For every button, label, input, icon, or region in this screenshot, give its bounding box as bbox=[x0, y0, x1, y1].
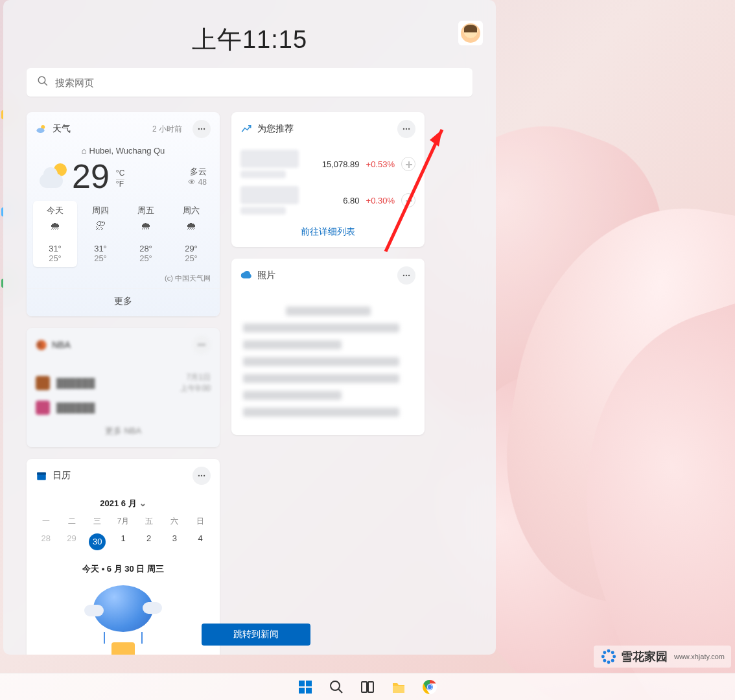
finance-change: +0.30% bbox=[366, 196, 395, 205]
start-button[interactable] bbox=[297, 679, 314, 695]
calendar-title: 日历 bbox=[52, 470, 71, 482]
weather-attribution: (c) 中国天气网 bbox=[27, 274, 220, 288]
calendar-more-button[interactable] bbox=[192, 467, 211, 485]
calendar-day[interactable]: 2 bbox=[136, 530, 162, 554]
jump-to-news-button[interactable]: 跳转到新闻 bbox=[202, 624, 310, 646]
svg-point-14 bbox=[204, 475, 205, 476]
weather-updated: 2 小时前 bbox=[152, 124, 182, 135]
sports-body: ██████7月1日上午9:00 ██████ 更多 NBA bbox=[27, 362, 220, 447]
calendar-day[interactable]: 4 bbox=[187, 530, 213, 554]
unit-f[interactable]: °F bbox=[116, 180, 124, 189]
finance-card[interactable]: 为您推荐 15,078.89 +0.53% 6.80 +0.30% bbox=[231, 112, 425, 247]
weather-more-button[interactable] bbox=[192, 120, 211, 138]
calendar-day[interactable]: 29 bbox=[59, 530, 85, 554]
calendar-illustration bbox=[33, 581, 213, 655]
svg-point-15 bbox=[403, 128, 404, 130]
finance-value: 6.80 bbox=[343, 196, 359, 205]
svg-rect-38 bbox=[368, 682, 373, 692]
svg-rect-33 bbox=[299, 688, 305, 694]
svg-line-1 bbox=[44, 82, 47, 86]
finance-row[interactable]: 6.80 +0.30% bbox=[231, 182, 425, 218]
weather-condition: 多云 bbox=[188, 166, 207, 178]
watermark: 雪花家园 www.xhjaty.com bbox=[594, 646, 731, 668]
taskbar-search-button[interactable] bbox=[328, 679, 345, 695]
svg-point-20 bbox=[408, 275, 410, 276]
app-button[interactable] bbox=[421, 679, 438, 695]
sports-title: NBA bbox=[52, 340, 71, 350]
finance-title: 为您推荐 bbox=[257, 123, 294, 135]
finance-change: +0.53% bbox=[366, 159, 395, 169]
svg-line-36 bbox=[338, 689, 342, 693]
calendar-grid: 一二 三7月 五六 日 28 29 30 1 2 3 4 bbox=[33, 513, 213, 554]
unit-c[interactable]: °C bbox=[116, 169, 124, 180]
svg-point-3 bbox=[37, 128, 45, 134]
svg-point-19 bbox=[406, 275, 407, 276]
weather-location: Hubei, Wuchang Qu bbox=[27, 146, 220, 156]
weather-title: 天气 bbox=[52, 123, 71, 135]
calendar-card[interactable]: 日历 2021 6 月 一二 三7月 五六 日 28 29 3 bbox=[27, 459, 220, 655]
finance-more-button[interactable] bbox=[397, 120, 415, 138]
svg-rect-39 bbox=[393, 686, 404, 693]
add-to-watchlist-button[interactable] bbox=[401, 157, 415, 171]
calendar-month-selector[interactable]: 2021 6 月 bbox=[33, 495, 213, 513]
photos-card[interactable]: 照片 bbox=[231, 259, 425, 435]
calendar-day[interactable]: 3 bbox=[162, 530, 188, 554]
calendar-day[interactable]: 28 bbox=[33, 530, 59, 554]
svg-point-7 bbox=[198, 344, 200, 345]
finance-row[interactable]: 15,078.89 +0.53% bbox=[231, 146, 425, 182]
svg-point-29 bbox=[603, 659, 606, 662]
photos-icon bbox=[240, 270, 252, 281]
weather-card[interactable]: 天气 2 小时前 Hubei, Wuchang Qu 29 °C °F bbox=[27, 112, 220, 316]
temp-unit-toggle[interactable]: °C °F bbox=[116, 169, 124, 189]
svg-point-23 bbox=[607, 649, 610, 653]
taskbar bbox=[0, 673, 735, 700]
photos-more-button[interactable] bbox=[397, 266, 415, 285]
photos-title: 照片 bbox=[257, 270, 275, 281]
svg-point-6 bbox=[204, 128, 205, 130]
profile-avatar[interactable] bbox=[458, 21, 483, 45]
svg-point-8 bbox=[201, 344, 202, 345]
calendar-icon bbox=[36, 470, 47, 482]
svg-point-25 bbox=[601, 655, 605, 659]
sports-more-button[interactable] bbox=[192, 336, 211, 354]
svg-point-5 bbox=[201, 128, 202, 130]
forecast-day[interactable]: 今天🌧 31°25° bbox=[33, 201, 77, 267]
calendar-today-line: 今天 • 6 月 30 日 周三 bbox=[33, 554, 213, 581]
svg-point-35 bbox=[331, 681, 340, 690]
svg-point-0 bbox=[38, 76, 45, 84]
file-explorer-button[interactable] bbox=[390, 679, 407, 695]
svg-rect-32 bbox=[306, 681, 312, 686]
forecast-row: 今天🌧 31°25° 周四⛈ 31°25° 周五🌧 28°25° 周六🌧 29°… bbox=[27, 198, 220, 274]
calendar-day-selected[interactable]: 30 bbox=[84, 530, 110, 554]
svg-point-13 bbox=[201, 475, 202, 476]
svg-point-16 bbox=[406, 128, 407, 130]
search-icon bbox=[37, 75, 49, 89]
svg-rect-37 bbox=[362, 682, 367, 692]
watermark-logo-icon bbox=[600, 648, 617, 665]
task-view-button[interactable] bbox=[359, 679, 376, 695]
svg-rect-34 bbox=[306, 688, 312, 694]
svg-point-17 bbox=[408, 128, 410, 130]
weather-temp: 29 bbox=[72, 159, 110, 193]
svg-point-18 bbox=[403, 275, 404, 276]
svg-rect-31 bbox=[299, 681, 305, 686]
weather-aqi: 👁 48 bbox=[188, 178, 207, 187]
add-to-watchlist-button[interactable] bbox=[401, 193, 415, 207]
photos-body bbox=[231, 292, 425, 435]
search-input[interactable] bbox=[55, 77, 462, 88]
forecast-day[interactable]: 周六🌧 29°25° bbox=[169, 201, 213, 267]
search-box[interactable] bbox=[27, 68, 472, 97]
svg-point-9 bbox=[204, 344, 205, 345]
finance-value: 15,078.89 bbox=[322, 159, 360, 169]
svg-point-27 bbox=[603, 651, 606, 654]
forecast-day[interactable]: 周五🌧 28°25° bbox=[124, 201, 168, 267]
panel-clock: 上午11:15 bbox=[3, 23, 496, 56]
sports-card[interactable]: 🏀 NBA ██████7月1日上午9:00 ██████ 更多 NBA bbox=[27, 328, 220, 447]
forecast-day[interactable]: 周四⛈ 31°25° bbox=[78, 201, 122, 267]
finance-details-link[interactable]: 前往详细列表 bbox=[231, 218, 425, 247]
widgets-panel: 上午11:15 天气 2 小时前 Hu bbox=[3, 0, 496, 655]
svg-rect-11 bbox=[37, 472, 46, 475]
calendar-day[interactable]: 1 bbox=[110, 530, 136, 554]
svg-point-12 bbox=[198, 475, 200, 476]
weather-more-link[interactable]: 更多 bbox=[27, 288, 220, 316]
